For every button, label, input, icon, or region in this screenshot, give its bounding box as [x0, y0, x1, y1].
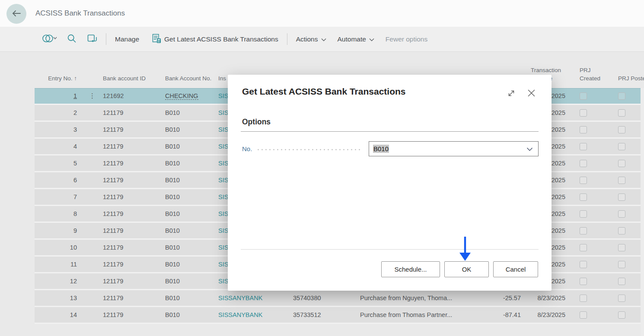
- prj-created-checkbox[interactable]: [580, 227, 587, 235]
- prj-created-checkbox[interactable]: [580, 311, 587, 319]
- cell-prj-posted: [602, 311, 641, 319]
- prj-posted-checkbox[interactable]: [618, 126, 625, 133]
- prj-posted-checkbox[interactable]: [618, 177, 625, 184]
- cell-prj-created: [565, 311, 602, 319]
- expand-dialog-button[interactable]: [507, 89, 516, 98]
- no-field-value: B010: [373, 145, 389, 153]
- prj-created-checkbox[interactable]: [580, 193, 587, 201]
- cell-prj-created: [565, 109, 602, 117]
- cell-prj-created: [565, 261, 602, 268]
- search-button[interactable]: [67, 34, 76, 44]
- column-header-prj-posted[interactable]: PRJ Posted: [602, 74, 641, 88]
- cell-prj-posted: [602, 278, 641, 285]
- close-dialog-button[interactable]: [527, 89, 536, 98]
- cell-entry-no: 3: [35, 126, 77, 133]
- switch-views-button[interactable]: [42, 34, 58, 45]
- prj-posted-checkbox[interactable]: [618, 261, 625, 268]
- table-row[interactable]: 13121179B010SISSANYBANK35740380Purchase …: [35, 290, 641, 307]
- prj-created-checkbox[interactable]: [580, 177, 587, 184]
- prj-posted-checkbox[interactable]: [618, 143, 625, 150]
- cell-doc-no: 35733512: [293, 311, 360, 318]
- get-latest-dialog: Get Latest ACSISS Bank Transactions Opti…: [228, 75, 552, 291]
- cell-bank-account-no: B010: [165, 126, 218, 133]
- prj-posted-checkbox[interactable]: [618, 244, 625, 251]
- manage-label: Manage: [115, 35, 139, 43]
- cell-prj-posted: [602, 126, 641, 133]
- schedule-button[interactable]: Schedule...: [381, 261, 440, 277]
- ok-button[interactable]: OK: [444, 261, 489, 277]
- cell-prj-created: [565, 177, 602, 184]
- prj-created-checkbox[interactable]: [580, 295, 587, 302]
- close-icon: [527, 92, 536, 99]
- row-menu-kebab-icon[interactable]: ⋮: [77, 92, 103, 100]
- prj-posted-checkbox[interactable]: [618, 227, 625, 235]
- prj-posted-checkbox[interactable]: [618, 295, 625, 302]
- fewer-options-button[interactable]: Fewer options: [386, 35, 427, 43]
- toolbar-divider: [287, 33, 287, 45]
- cell-entry-no: 13: [35, 295, 77, 301]
- cell-entry-no: 4: [35, 143, 77, 150]
- prj-created-checkbox[interactable]: [580, 143, 587, 150]
- cancel-button[interactable]: Cancel: [493, 261, 538, 277]
- combobox-chevron-icon[interactable]: [526, 147, 533, 151]
- column-header-bank-account-no[interactable]: Bank Account No.: [165, 74, 218, 88]
- cell-prj-posted: [602, 261, 641, 268]
- prj-posted-checkbox[interactable]: [618, 210, 625, 218]
- column-header-row-menu[interactable]: [77, 83, 103, 88]
- prj-created-checkbox[interactable]: [580, 92, 587, 100]
- cell-prj-created: [565, 295, 602, 302]
- get-latest-label: Get Latest ACSISS Bank Transactions: [164, 35, 278, 43]
- cell-bank-account-no: B010: [165, 177, 218, 184]
- cell-entry-no[interactable]: 1: [35, 92, 77, 99]
- back-button[interactable]: [6, 4, 26, 24]
- prj-created-checkbox[interactable]: [580, 278, 587, 285]
- get-latest-transactions-button[interactable]: Get Latest ACSISS Bank Transactions: [152, 34, 278, 45]
- no-field-label: No.: [242, 145, 252, 152]
- cell-bank-account-id: 121179: [103, 227, 165, 234]
- actions-label: Actions: [296, 35, 318, 43]
- prj-created-checkbox[interactable]: [580, 109, 587, 117]
- actions-menu-button[interactable]: Actions: [296, 35, 326, 43]
- prj-created-checkbox[interactable]: [580, 210, 587, 218]
- prj-created-checkbox[interactable]: [580, 126, 587, 133]
- automate-label: Automate: [338, 35, 366, 43]
- column-header-prj-created[interactable]: PRJ Created: [565, 66, 602, 88]
- cell-doc-no: 35740380: [293, 295, 360, 301]
- prj-posted-checkbox[interactable]: [618, 193, 625, 201]
- prj-posted-checkbox[interactable]: [618, 92, 625, 100]
- cell-institution[interactable]: SISSANYBANK: [218, 295, 293, 301]
- prj-created-checkbox[interactable]: [580, 244, 587, 251]
- column-header-entry-no[interactable]: Entry No. ↑: [35, 74, 77, 88]
- cell-bank-account-id: 121179: [103, 244, 165, 251]
- cell-prj-created: [565, 227, 602, 235]
- vertical-scrollbar[interactable]: [641, 88, 644, 336]
- manage-button[interactable]: Manage: [115, 35, 139, 43]
- report-document-icon: [152, 34, 161, 45]
- prj-posted-checkbox[interactable]: [618, 109, 625, 117]
- cell-prj-created: [565, 92, 602, 100]
- prj-created-checkbox[interactable]: [580, 261, 587, 268]
- prj-created-checkbox[interactable]: [580, 160, 587, 167]
- prj-posted-checkbox[interactable]: [618, 311, 625, 319]
- cell-prj-created: [565, 244, 602, 251]
- no-field-combobox[interactable]: B010: [369, 141, 539, 156]
- cell-description: Purchase from Nguyen, Thoma...: [360, 295, 484, 301]
- cell-bank-account-id: 121179: [103, 177, 165, 184]
- prj-posted-checkbox[interactable]: [618, 160, 625, 167]
- cell-entry-no: 2: [35, 109, 77, 116]
- fewer-options-label: Fewer options: [386, 35, 427, 43]
- automate-menu-button[interactable]: Automate: [338, 35, 374, 43]
- analyze-button[interactable]: [87, 34, 97, 44]
- column-header-bank-account-id[interactable]: Bank account ID: [103, 74, 165, 88]
- dialog-title: Get Latest ACSISS Bank Transactions: [242, 86, 507, 97]
- prj-posted-checkbox[interactable]: [618, 278, 625, 285]
- views-icon: [42, 34, 58, 45]
- cell-institution[interactable]: SISSANYBANK: [218, 311, 293, 318]
- cell-bank-account-id: 121179: [103, 278, 165, 285]
- dialog-footer-buttons: Schedule... OK Cancel: [381, 261, 538, 277]
- acsiss-bank-transactions-page: ACSISS Bank Transactions Manage Get: [0, 0, 644, 336]
- cell-bank-account-no: B010: [165, 295, 218, 301]
- table-row[interactable]: 14121179B010SISSANYBANK35733512Purchase …: [35, 307, 641, 324]
- cell-prj-posted: [602, 193, 641, 201]
- cell-bank-account-no[interactable]: CHECKING: [165, 92, 218, 100]
